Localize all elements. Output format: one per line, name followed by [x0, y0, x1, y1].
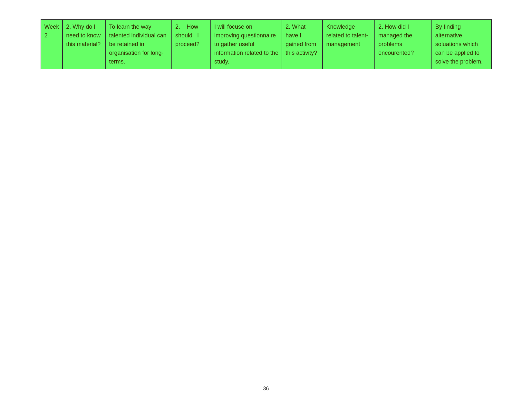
cell-header-text: To learn the way talented individual can…	[109, 24, 166, 65]
cell-by-finding: By finding alternative soluations which …	[432, 20, 491, 69]
table-row: Week 2 2. Why do I need to know this mat…	[41, 20, 491, 69]
cell-i-will-focuse: I will focuse on improving questionnaire…	[211, 20, 282, 69]
cell-header-text: I will focuse on improving questionnaire…	[214, 24, 278, 65]
main-table: Week 2 2. Why do I need to know this mat…	[41, 19, 492, 69]
page-number: 36	[263, 386, 269, 391]
cell-knowledge: Knowledge related to talent-management	[323, 20, 375, 69]
cell-header-text: Knowledge related to talent-management	[326, 24, 368, 47]
cell-text-2: 2	[44, 32, 48, 39]
cell-to-learn: To learn the way talented individual can…	[105, 20, 172, 69]
table-container: Week 2 2. Why do I need to know this mat…	[41, 19, 492, 69]
cell-what-have: 2. What have I gained from this activity…	[282, 20, 323, 69]
cell-how-should: 2. How should I proceed?	[172, 20, 211, 69]
cell-header-text: 2. How should I proceed?	[175, 24, 199, 47]
page-number-container: 36	[13, 367, 519, 392]
cell-header-text: By finding alternative soluations which …	[435, 24, 483, 65]
cell-week-header: Week 2	[41, 20, 63, 69]
cell-how-did: 2. How did I managed the problems encour…	[375, 20, 432, 69]
cell-text: Week	[44, 24, 59, 30]
cell-header-text: 2. What have I gained from this activity…	[285, 24, 317, 56]
cell-header-text: 2. How did I managed the problems encour…	[378, 24, 414, 56]
cell-header-text: 2. Why do I need to know this material?	[66, 24, 101, 47]
cell-why-do: 2. Why do I need to know this material?	[63, 20, 105, 69]
